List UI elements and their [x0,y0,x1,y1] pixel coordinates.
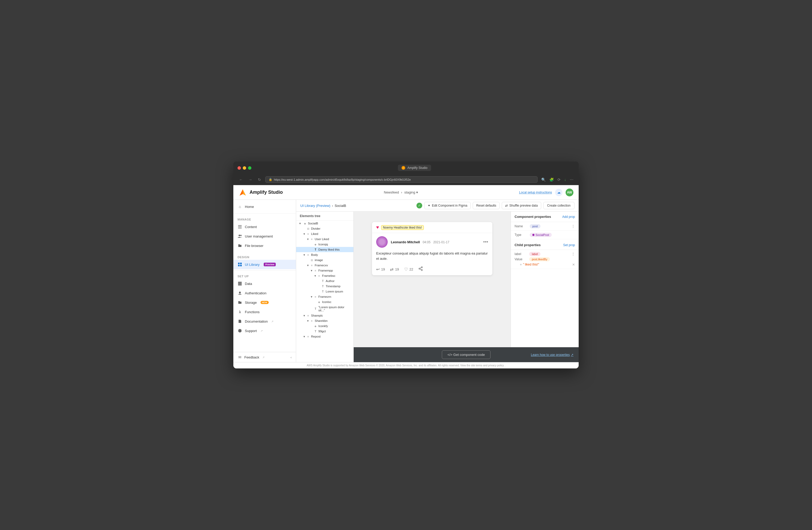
tree-item[interactable]: ⊟ image [296,257,353,263]
local-setup-link[interactable]: Local setup instructions [519,191,552,194]
tree-item[interactable]: ◈ Iconlxc [296,299,353,305]
header-bc-sep: › [401,190,402,194]
user-management-icon [237,234,242,239]
lock-icon: 🔒 [269,178,272,181]
shuffle-preview-button[interactable]: ⇄ Shuffle preview data [502,202,541,209]
tree-item-label: "Lorem ipsum dolor sit..." [318,306,351,312]
prop-string-row: + " liked this!" ✕ [520,262,575,267]
content-icon [237,224,242,229]
tree-item[interactable]: T 99gct [296,329,353,334]
frame-icon: ≡ [317,275,321,277]
tree-item[interactable]: ⊟ Divider [296,226,353,231]
sidebar-item-authentication[interactable]: Authentication [233,288,296,298]
svg-line-16 [420,269,421,270]
sidebar-item-storage[interactable]: Storage NEW [233,298,296,307]
tree-item[interactable]: ▼ ≡ Body [296,252,353,257]
properties-panel: Component properties Add prop Name post … [511,212,579,347]
profile-icon-btn[interactable]: ↓ [563,177,567,183]
url-text: https://eu-west-1.admin.amplifyapp.com/a… [274,178,411,181]
icon-component-icon: ◈ [314,325,318,327]
staging-label: staging [404,190,415,194]
tree-item[interactable]: ▼ ≡ Liked [296,231,353,236]
tree-item[interactable]: ▼ ≡ Framezrn [296,294,353,299]
name-label: Name [514,224,528,228]
text-icon: T [314,307,318,310]
name-more-button[interactable]: ⋮ [571,224,575,228]
avatar-image [376,236,388,248]
refresh-button[interactable]: ↻ [256,177,263,183]
forward-button[interactable]: → [247,177,254,183]
sidebar-item-ui-library[interactable]: UI Library Preview [233,260,296,269]
sidebar-item-functions[interactable]: λ Functions [233,307,296,317]
extensions-icon-btn[interactable]: 🧩 [548,177,555,183]
tree-item[interactable]: T Timestamp [296,283,353,289]
tree-item[interactable]: T Author [296,278,353,283]
prop-value-row: Value post.likedBy [514,257,575,261]
elements-tree-panel: Elements tree ▼ ◈ SocialB ⊟ Divider [296,212,354,362]
sidebar-item-user-management[interactable]: User management [233,232,296,241]
tree-item[interactable]: ▼ ≡ User Liked [296,236,353,242]
maximize-button[interactable] [248,166,251,170]
create-collection-button[interactable]: Create collection [543,202,575,209]
breadcrumb-ui-library[interactable]: UI Library (Preview) [300,204,330,208]
sidebar-item-data[interactable]: Data [233,279,296,288]
tree-item[interactable]: T "Lorem ipsum dolor sit..." [296,305,353,313]
close-button[interactable] [237,166,241,170]
sidebar-item-feedback[interactable]: ✉ Feedback ↗ [237,355,264,360]
sidebar-footer: ✉ Feedback ↗ ‹ [233,352,296,362]
like-action[interactable]: ♡ 22 [404,267,413,272]
child-prop-more-button[interactable]: ⋮ [571,252,575,256]
avatar[interactable]: AW [566,189,574,196]
shuffle-icon: ⇄ [505,204,508,207]
get-code-button[interactable]: </> Get component code [442,350,490,359]
back-button[interactable]: ← [237,177,244,183]
frame-icon: ≡ [314,295,318,298]
ui-library-icon [237,262,242,267]
sidebar-item-documentation[interactable]: Documentation ↗ [233,317,296,326]
prop-label-text: label [514,252,528,256]
sidebar-item-content[interactable]: Content [233,222,296,232]
tree-item[interactable]: ◈ Iconkfy [296,323,353,329]
share-action[interactable] [418,266,423,272]
minimize-button[interactable] [243,166,246,170]
tree-item[interactable]: ▼ ≡ Sharekbn [296,318,353,323]
close-prop-button[interactable]: ✕ [572,263,575,267]
svg-rect-2 [238,228,242,228]
repost-action[interactable]: ⇄ 19 [390,267,399,272]
more-icon-btn[interactable]: ⋯ [569,177,575,183]
staging-dropdown[interactable]: staging ▾ [404,190,418,194]
learn-properties-link[interactable]: Learn how to use properties ↗ [531,353,574,357]
url-bar[interactable]: 🔒 https://eu-west-1.admin.amplifyapp.com… [265,176,538,183]
edit-figma-button[interactable]: ✦ Edit Component in Figma [424,202,470,209]
set-prop-button[interactable]: Set prop [563,243,575,247]
breadcrumb-separator: › [332,204,333,208]
tree-item[interactable]: ▼ ◈ SocialB [296,221,353,226]
preview-card: ♥ Noemy Heathcote liked this! Leon [372,222,492,275]
tree-item[interactable]: T Danny liked this [296,247,353,252]
sidebar-item-support[interactable]: Support ↗ [233,326,296,335]
browser-tab[interactable]: ⚡ Amplify Studio [398,165,431,171]
post-actions: ↩ 19 ⇄ 19 ♡ [372,264,492,275]
tree-item[interactable]: ▼ ≡ Framempp [296,268,353,273]
tree-item[interactable]: ▼ ≡ Repost [296,334,353,339]
sidebar-collapse-button[interactable]: ‹ [291,355,292,359]
post-more-icon[interactable]: ••• [483,239,488,245]
tree-item[interactable]: ▼ ≡ Shareplc [296,313,353,318]
sync-icon-btn[interactable]: ⟳ [556,177,562,183]
tree-toggle: ▼ [302,233,306,235]
tree-item[interactable]: ◈ Iconsjq [296,242,353,247]
add-prop-button[interactable]: Add prop [562,215,575,219]
tree-item[interactable]: ▼ ≡ Framecxv [296,263,353,268]
reply-action[interactable]: ↩ 19 [376,267,385,272]
sidebar-item-file-browser[interactable]: File browser [233,241,296,250]
search-icon-btn[interactable]: 🔍 [540,177,547,183]
tree-item[interactable]: T Lorem ipsum [296,289,353,294]
cloud-icon[interactable]: ☁ [555,189,563,196]
reset-defaults-button[interactable]: Reset defaults [473,202,499,209]
storage-icon [237,300,242,305]
svg-rect-10 [238,283,242,284]
tree-item[interactable]: ▼ ≡ Framebsc [296,273,353,278]
svg-point-12 [239,292,241,294]
frame-icon: ≡ [310,319,314,322]
sidebar-item-home[interactable]: ⌂ Home [233,202,296,211]
